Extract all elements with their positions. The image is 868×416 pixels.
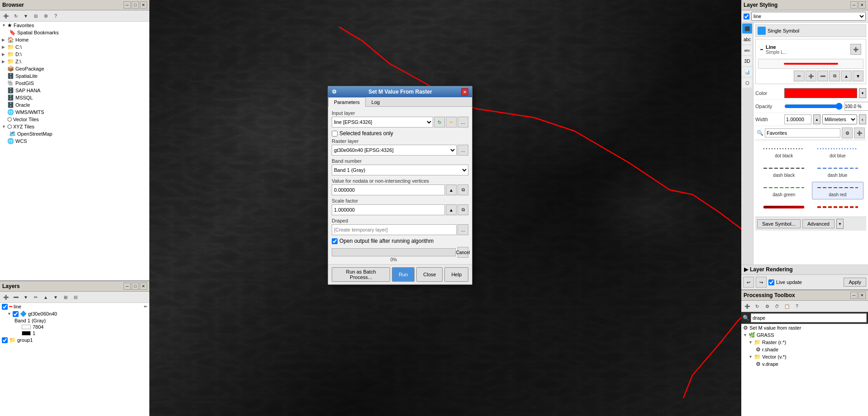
advanced-btn[interactable]: Advanced [802,219,835,228]
line-down-btn[interactable]: ▼ [853,71,863,81]
processing-help-btn[interactable]: ? [792,302,801,311]
advanced-dropdown-btn[interactable]: ▼ [836,219,844,229]
opacity-input[interactable] [844,102,868,111]
layers-up-btn[interactable]: ▲ [41,293,50,302]
sidebar-item-postgis[interactable]: 🐘 PostGIS [0,80,149,87]
run-btn[interactable]: Run [392,267,415,282]
draped-input[interactable] [332,224,457,235]
styling-color-icon[interactable]: ⬛ [742,24,752,33]
open-output-checkbox[interactable] [332,238,338,244]
processing-item-vector-v[interactable]: ▼ 📁 Vector (v.*) [741,353,868,360]
styling-close-btn[interactable]: ✕ [858,1,866,9]
browser-refresh-btn[interactable]: ↻ [11,11,20,20]
layer-line-checkbox[interactable] [2,304,8,310]
width-unit-select[interactable]: Millimeters [822,114,857,124]
apply-btn[interactable]: Apply [844,278,866,287]
symbol-dash-black[interactable]: dash black [758,162,810,180]
styling-minimize-btn[interactable]: ─ [850,1,858,9]
styling-abc2-icon[interactable]: abc [742,45,752,55]
processing-item-raster-r[interactable]: ▼ 📁 Raster (r.*) [741,339,868,346]
sidebar-item-spatialite[interactable]: 🗄️ SpatiaLite [0,72,149,80]
sidebar-item-z[interactable]: ▶ 📁 Z:\ [0,58,149,65]
nodata-input[interactable] [332,184,445,195]
layers-close-btn[interactable]: ✕ [140,283,147,290]
line-remove-btn[interactable]: ➖ [817,71,828,81]
scale-copy-btn[interactable]: ⧉ [458,204,468,215]
dialog-close-footer-btn[interactable]: Close [416,267,443,282]
symbol-dot-black[interactable]: dot black [758,143,810,161]
opacity-slider[interactable] [784,103,843,110]
input-layer-select[interactable]: line [EPSG:4326] [332,117,433,128]
sidebar-item-d[interactable]: ▶ 📁 D:\ [0,51,149,58]
layer-item-line[interactable]: ━ line ✏ [0,303,149,310]
selected-features-checkbox[interactable] [332,131,338,137]
layers-expand-btn[interactable]: ⊞ [61,293,70,302]
dialog-tab-parameters[interactable]: Parameters [328,97,366,107]
layer-rendering-header[interactable]: ▶ Layer Rendering [741,265,868,274]
layer-vis-checkbox[interactable] [744,14,749,19]
layers-filter-btn[interactable]: ▼ [21,293,30,302]
sidebar-item-geopackage[interactable]: 📦 GeoPackage [0,65,149,72]
color-swatch[interactable] [784,88,857,98]
browser-minimize-btn[interactable]: ─ [124,1,131,9]
input-layer-refresh-btn[interactable]: ↻ [434,117,445,128]
browser-maximize-btn[interactable]: □ [132,1,139,9]
symbol-dash-blue[interactable]: dash blue [812,162,864,180]
symbol-dot-blue[interactable]: dot blue [812,143,864,161]
redo-btn[interactable]: ↪ [756,277,767,288]
processing-close-btn[interactable]: ✕ [858,292,866,299]
width-expr-btn[interactable]: ε [859,114,866,124]
sidebar-item-openstreetmap[interactable]: 🗺️ OpenStreetMap [0,130,149,137]
scale-spin-up[interactable]: ▲ [446,204,457,215]
width-spin-btn[interactable]: ▲ [813,114,820,124]
processing-filter-btn[interactable]: ⚙ [763,302,772,311]
processing-add-btn[interactable]: ➕ [743,302,752,311]
sidebar-item-wms-wmts[interactable]: 🌐 WMS/WMTS [0,109,149,116]
browser-add-btn[interactable]: ➕ [1,11,10,20]
layer-name-select[interactable]: line [751,12,866,21]
symbol-dash-green[interactable]: dash green [758,182,810,199]
sidebar-item-wcs[interactable]: 🌐 WCS [0,137,149,145]
line-preview-item[interactable]: ━ Line Simple L... ➕ [758,42,863,57]
processing-item-grass[interactable]: ▼ 🌿 GRASS [741,331,868,339]
band-number-select[interactable]: Band 1 (Gray) [332,165,468,175]
browser-properties-btn[interactable]: ⚙ [41,11,50,20]
processing-results-btn[interactable]: 📋 [782,302,792,311]
undo-btn[interactable]: ↩ [743,277,754,288]
layer-item-group1[interactable]: 📁 group1 [0,336,149,344]
styling-abc-icon[interactable]: abc [742,34,752,44]
cancel-progress-btn[interactable]: Cancel [458,247,468,258]
sidebar-item-home[interactable]: ▶ 🏠 Home [0,36,149,43]
line-add-btn[interactable]: ➕ [850,44,861,55]
sidebar-item-sap-hana[interactable]: 🗄️ SAP HANA [0,87,149,94]
draped-browse-btn[interactable]: … [458,224,468,235]
input-layer-browse-btn[interactable]: … [458,117,468,128]
processing-search-input[interactable] [751,313,867,322]
help-btn[interactable]: Help [444,267,468,282]
layer-group1-checkbox[interactable] [2,337,8,343]
save-symbol-btn[interactable]: Save Symbol... [757,219,801,228]
sidebar-item-mssql[interactable]: 🗄️ MSSQL [0,94,149,101]
symbol-dark-red-solid[interactable] [758,201,810,214]
raster-layer-select[interactable]: gt30e060n40 [EPSG:4326] [332,145,457,156]
browser-collapse-btn[interactable]: ⊟ [31,11,40,20]
layers-remove-btn[interactable]: ➖ [11,293,20,302]
color-dropdown-btn[interactable]: ▼ [859,88,866,98]
line-edit-btn[interactable]: ✏ [794,71,805,81]
layers-minimize-btn[interactable]: ─ [124,283,131,290]
browser-close-btn[interactable]: ✕ [140,1,147,9]
layers-edit-btn[interactable]: ✏ [31,293,40,302]
sidebar-item-vector-tiles[interactable]: ⬡ Vector Tiles [0,116,149,123]
styling-diagram-icon[interactable]: 📊 [742,67,752,77]
sidebar-item-spatial-bookmarks[interactable]: 🔖 Spatial Bookmarks [0,29,149,36]
sidebar-item-xyz-tiles[interactable]: ▼ ⬡ XYZ Tiles [0,123,149,130]
nodata-copy-btn[interactable]: ⧉ [458,184,468,195]
line-up-btn[interactable]: ▲ [841,71,852,81]
processing-history-btn[interactable]: ⏱ [773,302,782,311]
styling-mask-icon[interactable]: ⬡ [742,78,752,88]
processing-item-set-m[interactable]: ⚙ Set M value from raster [741,324,868,331]
sidebar-item-favorites[interactable]: ▼ ★ Favorites [0,22,149,29]
symbol-dark-red-dash[interactable] [812,201,864,214]
favorites-add-btn[interactable]: ➕ [854,128,865,138]
processing-item-v-drape[interactable]: ⚙ v.drape [741,360,868,368]
